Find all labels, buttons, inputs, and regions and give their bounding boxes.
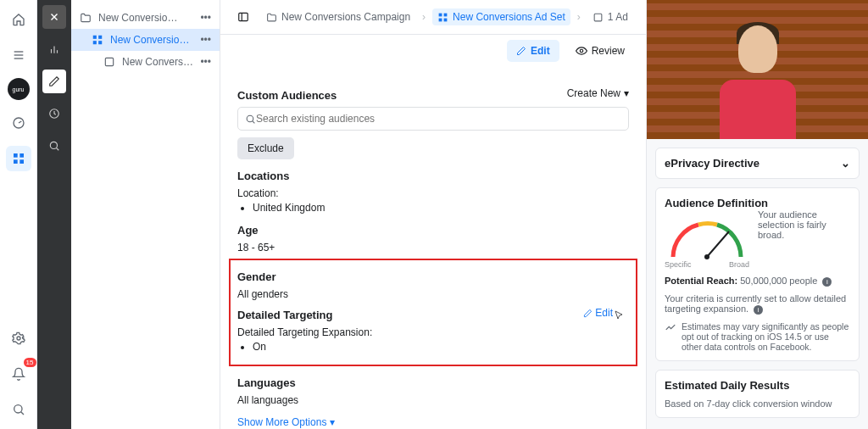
estimated-daily-results-card: Estimated Daily Results Based on 7-day c… — [655, 370, 860, 418]
svg-rect-29 — [444, 18, 448, 21]
gauge-broad: Broad — [729, 260, 749, 269]
edr-title: Estimated Daily Results — [665, 379, 850, 392]
audience-note: Your audience selection is fairly broad. — [758, 209, 850, 240]
svg-rect-30 — [594, 14, 602, 21]
highlight-box: Gender All genders Detailed Targeting Ed… — [229, 259, 637, 366]
pencil-icon — [516, 46, 526, 56]
tree-more-icon[interactable]: ••• — [200, 12, 211, 24]
trend-icon — [665, 321, 676, 333]
criteria-text: Your criteria is currently set to allow … — [665, 293, 850, 315]
close-icon[interactable] — [42, 5, 66, 29]
review-button[interactable]: Review — [566, 40, 634, 62]
breadcrumb-campaign[interactable]: New Conversions Campaign — [261, 8, 415, 25]
detailed-edit-button[interactable]: Edit — [583, 305, 624, 320]
folder-icon — [266, 12, 277, 23]
svg-rect-24 — [239, 13, 248, 20]
svg-point-17 — [50, 142, 57, 148]
chevron-down-icon: ⌄ — [841, 157, 850, 170]
info-icon[interactable]: i — [822, 277, 832, 287]
home-icon[interactable] — [6, 7, 31, 32]
locations-value: United Kingdom — [253, 202, 629, 214]
edr-sub: Based on 7-day click conversion window — [665, 398, 850, 409]
svg-rect-22 — [98, 41, 102, 44]
svg-rect-23 — [105, 58, 113, 65]
svg-rect-5 — [19, 153, 24, 158]
estimate-warning: Estimates may vary significantly as peop… — [682, 321, 850, 352]
svg-rect-4 — [14, 153, 18, 158]
dashboard-icon[interactable] — [6, 110, 31, 136]
languages-title: Languages — [237, 376, 629, 389]
cursor-icon — [614, 310, 624, 320]
custom-audiences-title: Custom Audiences — [237, 89, 337, 102]
tree-more-icon[interactable]: ••• — [200, 34, 211, 46]
svg-rect-21 — [93, 41, 97, 44]
reach-value: 50,000,000 people — [740, 276, 817, 286]
edit-button[interactable]: Edit — [507, 40, 559, 62]
guru-badge[interactable]: guru — [8, 78, 30, 100]
svg-line-34 — [707, 231, 729, 257]
svg-rect-27 — [444, 13, 448, 16]
exclude-button[interactable]: Exclude — [237, 137, 294, 159]
age-value: 18 - 65+ — [237, 242, 629, 254]
svg-rect-26 — [439, 13, 442, 16]
tree-campaign-label: New Conversions Ca... — [98, 12, 183, 24]
languages-value: All languages — [237, 394, 629, 406]
svg-point-31 — [580, 49, 583, 53]
audience-definition-card: Audience Definition Specific — [655, 187, 860, 361]
adset-icon — [92, 34, 103, 46]
gender-title: Gender — [237, 270, 629, 283]
ad-icon — [593, 12, 604, 23]
search-icon — [245, 114, 256, 125]
menu-icon[interactable] — [6, 42, 31, 68]
tree-adset-label: New Conversions ... — [110, 34, 193, 46]
search-icon[interactable] — [6, 397, 31, 422]
svg-rect-7 — [19, 159, 24, 164]
edit-tool-icon[interactable] — [42, 70, 66, 93]
chevron-right-icon: › — [577, 11, 581, 23]
eprivacy-card[interactable]: ePrivacy Directive ⌄ — [655, 148, 860, 179]
reach-label: Potential Reach: — [665, 276, 737, 286]
locations-label: Location: — [237, 187, 629, 199]
gauge-specific: Specific — [665, 260, 692, 269]
tree-ad[interactable]: New Conversion... ••• — [71, 51, 220, 73]
campaign-tree: New Conversions Ca... ••• New Conversion… — [71, 0, 220, 429]
ads-manager-icon[interactable] — [6, 146, 31, 171]
svg-rect-6 — [14, 159, 18, 164]
svg-point-9 — [14, 405, 21, 413]
breadcrumb-adset[interactable]: New Conversions Ad Set — [432, 8, 570, 25]
clock-icon[interactable] — [42, 102, 66, 125]
svg-line-33 — [253, 120, 255, 123]
left-nav: guru 15 — [0, 0, 37, 429]
tree-more-icon[interactable]: ••• — [200, 56, 211, 68]
chevron-right-icon: › — [422, 11, 426, 23]
presenter-image — [711, 20, 804, 139]
show-more-options[interactable]: Show More Options ▾ — [237, 416, 629, 428]
locations-title: Locations — [237, 170, 629, 182]
svg-line-10 — [20, 412, 23, 415]
detailed-expansion-label: Detailed Targeting Expansion: — [237, 326, 629, 338]
notifications-icon[interactable]: 15 — [6, 361, 31, 387]
tree-campaign[interactable]: New Conversions Ca... ••• — [71, 7, 220, 29]
tools-nav — [37, 0, 71, 429]
settings-icon[interactable] — [6, 326, 31, 351]
svg-line-18 — [56, 148, 58, 150]
notif-count: 15 — [24, 358, 36, 367]
panel-toggle-icon[interactable] — [232, 8, 254, 25]
zoom-icon[interactable] — [42, 134, 66, 158]
audience-search-input[interactable] — [256, 113, 621, 125]
caret-down-icon: ▾ — [624, 87, 629, 99]
main-editor: New Conversions Campaign › New Conversio… — [220, 0, 646, 429]
tree-adset[interactable]: New Conversions ... ••• — [71, 29, 220, 51]
breadcrumb-bar: New Conversions Campaign › New Conversio… — [220, 0, 646, 35]
right-panel: ePrivacy Directive ⌄ Audience Definition — [646, 0, 868, 429]
chart-icon[interactable] — [42, 37, 66, 61]
svg-rect-28 — [439, 18, 442, 21]
create-new-button[interactable]: Create New ▾ — [567, 87, 629, 99]
info-icon[interactable]: i — [754, 305, 763, 315]
svg-point-32 — [247, 115, 253, 122]
gender-value: All genders — [237, 288, 629, 300]
audience-search[interactable] — [237, 107, 629, 131]
svg-point-35 — [704, 254, 709, 259]
svg-rect-19 — [93, 36, 97, 39]
breadcrumb-ad[interactable]: 1 Ad — [587, 8, 633, 25]
